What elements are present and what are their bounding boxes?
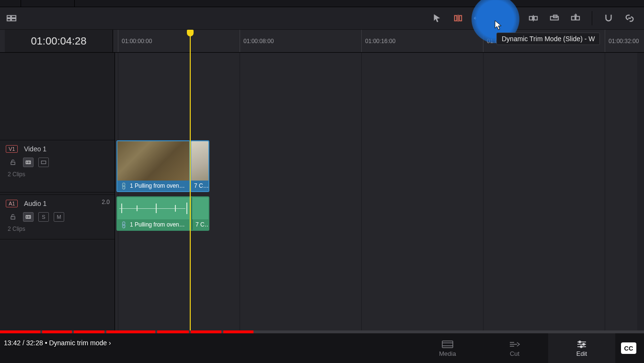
app-root: Dynamic Trim Mode (Slide) - W 01:00:04:2…: [0, 0, 644, 363]
timeline-toolbar: [0, 7, 644, 30]
link-icon: 🔗: [119, 220, 128, 229]
video-time-display: 13:42 / 32:28 • Dynamic trim mode›: [4, 339, 111, 347]
video-progress-fill: [0, 330, 253, 333]
current-time: 13:42: [4, 339, 21, 347]
svg-rect-17: [572, 16, 575, 20]
clip-label-bar: 🔗 1 Pulling from oven…: [117, 181, 189, 191]
ruler-label: 01:00:08:00: [243, 38, 274, 45]
gridline: [361, 53, 362, 330]
audio-waveform: [117, 197, 208, 219]
audio-track-header[interactable]: A1 Audio 1 2.0 S M 2 Clips: [0, 194, 115, 239]
clip-thumbnail: [117, 141, 189, 181]
chapter-marker: [155, 330, 157, 333]
separator: [592, 11, 592, 25]
video-track-header[interactable]: V1 Video 1 2 Clips: [0, 140, 115, 193]
track-badge[interactable]: A1: [6, 200, 18, 207]
svg-rect-4: [455, 16, 457, 21]
waveform-peak: [175, 205, 176, 212]
chapter-marker: [221, 330, 223, 333]
track-visibility-icon[interactable]: [38, 158, 49, 167]
clip-name: 7 C…: [194, 182, 208, 189]
chapter-title[interactable]: Dynamic trim mode: [49, 339, 107, 347]
svg-rect-24: [11, 216, 15, 219]
clip-name: 1 Pulling from oven…: [130, 182, 185, 189]
svg-rect-13: [529, 16, 532, 20]
insert-clip-icon[interactable]: [528, 12, 539, 24]
gridline: [483, 53, 483, 330]
clip-count: 2 Clips: [0, 169, 115, 182]
video-progress-bar[interactable]: [0, 330, 644, 333]
solo-button[interactable]: S: [38, 212, 49, 222]
audio-channel-count: 2.0: [102, 199, 110, 205]
time-separator: /: [21, 339, 26, 347]
nav-label: Edit: [576, 350, 587, 357]
video-clip[interactable]: 7 C…: [190, 140, 209, 192]
tracks-area[interactable]: 🔗 1 Pulling from oven… 7 C…: [115, 53, 637, 330]
nav-media[interactable]: Media: [414, 333, 481, 363]
waveform-peak: [186, 203, 187, 214]
replace-clip-icon[interactable]: [570, 12, 581, 24]
svg-rect-7: [478, 16, 481, 21]
nav-cut[interactable]: Cut: [481, 333, 548, 363]
total-time: 32:28: [26, 339, 43, 347]
ruler-tick: 01:00:16:00: [361, 30, 362, 52]
chapter-marker: [40, 330, 42, 333]
lock-track-icon[interactable]: [8, 158, 18, 167]
clip-label-bar: 7 C…: [191, 181, 208, 191]
svg-rect-19: [11, 162, 15, 164]
timeline-view-options-icon[interactable]: [6, 12, 17, 24]
timeline-content: 🔗 1 Pulling from oven… 7 C…: [0, 53, 644, 330]
playhead[interactable]: [190, 30, 191, 330]
audio-clip-label: 7 C…: [192, 219, 208, 230]
chapter-marker: [189, 330, 191, 333]
trim-edit-tool-icon[interactable]: [452, 12, 464, 24]
track-name: Video 1: [24, 145, 46, 153]
nav-edit[interactable]: Edit: [548, 333, 615, 363]
lock-track-icon[interactable]: [8, 212, 18, 222]
svg-point-36: [580, 346, 582, 348]
svg-rect-25: [26, 216, 30, 218]
chevron-right-icon[interactable]: ›: [109, 339, 111, 347]
snap-icon[interactable]: [603, 12, 614, 24]
nav-label: Media: [439, 350, 456, 357]
separator: [517, 11, 517, 25]
clip-name: 7 C…: [196, 221, 208, 228]
linked-selection-icon[interactable]: [624, 12, 635, 24]
ruler-label: 01:00:16:00: [365, 38, 395, 45]
auto-select-icon[interactable]: [23, 158, 34, 167]
svg-rect-1: [7, 19, 11, 21]
mute-button[interactable]: M: [54, 212, 64, 222]
dynamic-trim-tool-icon[interactable]: [473, 12, 485, 24]
svg-point-35: [583, 343, 585, 345]
closed-captions-button[interactable]: CC: [621, 342, 636, 354]
ruler-tick: 01:00:24:00: [483, 30, 483, 52]
svg-point-34: [579, 341, 581, 343]
overwrite-clip-icon[interactable]: [549, 12, 560, 24]
gridline: [605, 53, 605, 330]
track-badge[interactable]: V1: [6, 145, 18, 153]
chapter-marker: [104, 330, 106, 333]
track-header-line: A1 Audio 1 2.0: [0, 195, 115, 209]
bullet: •: [43, 339, 49, 347]
svg-rect-0: [7, 16, 11, 18]
video-clip[interactable]: 🔗 1 Pulling from oven…: [116, 140, 190, 192]
ruler-tick: 01:00:08:00: [240, 30, 240, 52]
chapter-marker: [304, 330, 306, 333]
svg-rect-3: [12, 19, 16, 21]
audio-clip[interactable]: 🔗 1 Pulling from oven… 7 C…: [116, 196, 209, 231]
selection-tool-icon[interactable]: [431, 12, 443, 24]
auto-select-icon[interactable]: [23, 212, 34, 222]
track-controls: S M: [0, 209, 115, 224]
svg-rect-5: [460, 16, 462, 21]
track-header-line: V1 Video 1: [0, 140, 115, 155]
divider: [21, 0, 21, 7]
ruler-label: 01:00:32:00: [609, 38, 639, 45]
toolbar-right-group: [431, 11, 635, 25]
timeline-timecode[interactable]: 01:00:04:28: [5, 30, 113, 52]
ruler-tick: 01:00:00:00: [118, 30, 118, 52]
ruler-tick: 01:00:32:00: [605, 30, 605, 52]
menubar-sliver: [0, 0, 644, 7]
svg-rect-18: [576, 16, 579, 20]
svg-rect-14: [534, 16, 537, 20]
playhead-handle[interactable]: [187, 30, 194, 36]
